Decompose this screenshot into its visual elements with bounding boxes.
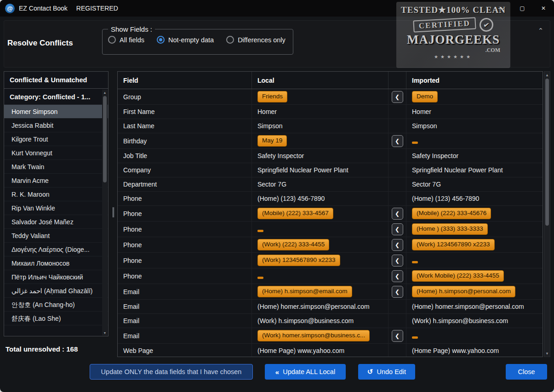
table-row: GroupFriends❮Demo: [118, 89, 543, 105]
list-item[interactable]: Διογένης Λαέρτιος (Dioge...: [4, 243, 108, 256]
local-cell: (Mobile) (222) 333-4567: [252, 206, 388, 221]
arrow-cell: [388, 177, 406, 191]
list-item[interactable]: Salvador José Mañez: [4, 215, 108, 229]
watermark-majorgeeks-text: MAJORGEEKS: [396, 33, 510, 47]
close-icon: ✕: [541, 5, 546, 11]
field-cell: Phone: [118, 268, 252, 284]
radio-differences-only[interactable]: Differences only: [226, 36, 286, 44]
field-cell: Company: [118, 163, 252, 177]
watermark-check-icon: ✔: [479, 17, 494, 33]
field-cell: Email: [118, 328, 252, 343]
watermark-com-text: .COM: [396, 47, 500, 54]
imported-cell: Springfield Nuclear Power Plant: [406, 163, 543, 177]
radio-all-fields[interactable]: All fields: [108, 36, 144, 44]
undo-edit-label: Undo Edit: [377, 368, 406, 375]
local-cell: Safety Inspector: [252, 149, 388, 163]
close-dialog-button[interactable]: Close: [506, 364, 547, 380]
column-header-local: Local: [252, 72, 388, 89]
list-item[interactable]: 안창호 (An Chang-ho): [4, 298, 108, 312]
local-cell: (Home) homer.simpson@personal.com: [252, 300, 388, 313]
show-fields-group: Show Fields : All fieldsNot-empty dataDi…: [102, 25, 293, 55]
scroll-up-icon[interactable]: ▲: [102, 90, 108, 95]
field-cell: Email: [118, 284, 252, 299]
scroll-down-icon[interactable]: ▼: [102, 330, 108, 335]
arrow-cell: ❮: [388, 222, 406, 237]
field-cell: Phone: [118, 237, 252, 252]
total-unresolved-label: Total unresolved : 168: [6, 345, 78, 353]
local-cell: (Work) h.simpson@business.com: [252, 314, 388, 328]
splitter-handle[interactable]: [113, 207, 115, 217]
table-scrollbar-thumb[interactable]: [545, 79, 549, 226]
table-header-row: Field Local Imported: [118, 72, 543, 89]
copy-to-local-button[interactable]: ❮: [392, 135, 403, 147]
copy-to-local-button[interactable]: ❮: [392, 270, 403, 282]
arrow-cell: [388, 149, 406, 163]
list-item[interactable]: Kilgore Trout: [4, 132, 108, 146]
copy-to-local-button[interactable]: ❮: [392, 91, 403, 103]
update-all-local-label: Update ALL Local: [283, 368, 335, 375]
maximize-button[interactable]: ▢: [512, 0, 533, 17]
sidebar-scrollbar[interactable]: ▲ ▼: [102, 90, 108, 335]
arrow-cell: ❮: [388, 284, 406, 299]
window-title: EZ Contact Book: [19, 5, 68, 12]
value-badge: (Work) 1234567890 x2233: [257, 255, 340, 266]
field-cell: Department: [118, 177, 252, 191]
watermark-tested-text: TESTED★100% CLEAN: [396, 5, 510, 15]
list-item[interactable]: Rip Van Winkle: [4, 201, 108, 215]
field-cell: Phone: [118, 192, 252, 205]
value-badge: May 19: [257, 135, 287, 147]
copy-to-local-button[interactable]: ❮: [392, 255, 403, 267]
local-cell: May 19: [252, 133, 388, 148]
arrow-cell: ❮: [388, 253, 406, 268]
list-item[interactable]: Jessica Rabbit: [4, 119, 108, 132]
list-item[interactable]: Teddy Valiant: [4, 229, 108, 243]
list-item[interactable]: Mark Twain: [4, 160, 108, 174]
table-row: Phone(Work) 1234567890 x2233❮: [118, 253, 543, 268]
column-header-arrows: [388, 72, 406, 89]
imported-cell: (Home) homer.simpson@personal.com: [406, 300, 543, 313]
app-window: @ EZ Contact Book REGISTERED — ▢ ✕ TESTE…: [0, 0, 554, 392]
table-row: First NameHomerHomer: [118, 105, 543, 119]
list-item[interactable]: 舒庆春 (Lao She): [4, 312, 108, 325]
empty-value-marker: [412, 336, 418, 339]
table-row: Phone(Mobile) (222) 333-4567❮(Mobile) (2…: [118, 206, 543, 222]
list-item[interactable]: Kurt Vonnegut: [4, 146, 108, 160]
field-cell: Phone: [118, 253, 252, 268]
local-cell: Simpson: [252, 119, 388, 133]
list-item[interactable]: Marvin Acme: [4, 174, 108, 187]
radio-circle-icon: [157, 36, 165, 44]
sidebar-header: Conflicted & Unmatched: [4, 72, 108, 89]
radio-not-empty-data[interactable]: Not-empty data: [157, 36, 214, 44]
imported-cell: Sector 7G: [406, 177, 543, 191]
copy-to-local-button[interactable]: ❮: [392, 286, 403, 298]
table-body: GroupFriends❮DemoFirst NameHomerHomerLas…: [118, 89, 543, 357]
collapse-panel-button[interactable]: ⌃: [534, 26, 547, 36]
copy-to-local-button[interactable]: ❮: [392, 330, 403, 342]
value-badge: (Home) h.simpson@personal.com: [412, 286, 515, 297]
close-button[interactable]: ✕: [533, 0, 554, 17]
arrow-cell: ❮: [388, 237, 406, 252]
table-row: CompanySpringfield Nuclear Power PlantSp…: [118, 163, 543, 177]
update-chosen-fields-button[interactable]: Update ONLY the data fields that I have …: [90, 364, 253, 380]
list-item[interactable]: Homer Simpson: [4, 105, 108, 119]
update-all-local-button[interactable]: « Update ALL Local: [265, 364, 346, 380]
conflict-list-box: Conflicted & Unmatched Category: Conflic…: [4, 71, 109, 336]
list-item[interactable]: Пётр Ильич Чайковский: [4, 270, 108, 284]
local-cell: [252, 268, 388, 284]
copy-to-local-button[interactable]: ❮: [392, 223, 403, 235]
sidebar-scrollbar-thumb[interactable]: [103, 96, 107, 182]
table-scrollbar[interactable]: ▲ ▼: [544, 71, 550, 357]
copy-to-local-button[interactable]: ❮: [392, 239, 403, 251]
local-cell: Sector 7G: [252, 177, 388, 191]
undo-edit-button[interactable]: ↺ Undo Edit: [358, 364, 415, 380]
column-header-field: Field: [118, 72, 252, 89]
scroll-down-icon[interactable]: ▼: [544, 350, 550, 357]
list-item[interactable]: Михаил Ломоносов: [4, 256, 108, 270]
list-item[interactable]: R. K. Maroon: [4, 187, 108, 201]
watermark-stars: ★★★★★★: [396, 54, 510, 59]
empty-value-marker: [257, 277, 263, 279]
copy-to-local-button[interactable]: ❮: [392, 208, 403, 220]
scroll-up-icon[interactable]: ▲: [544, 72, 550, 78]
list-item[interactable]: احمد غزالي (Aḥmad Ghazālī): [4, 284, 108, 298]
radio-label: Not-empty data: [168, 36, 214, 44]
